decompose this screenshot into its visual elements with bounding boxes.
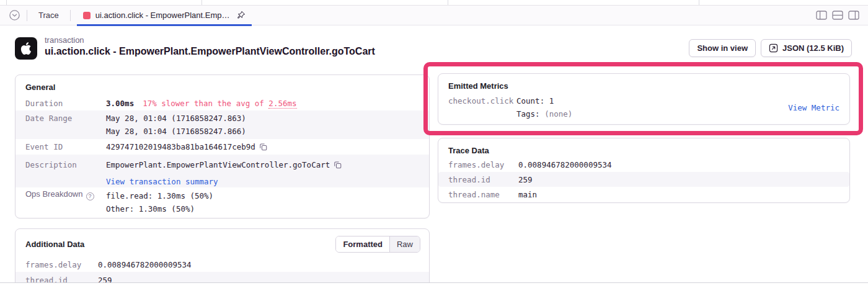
frames-delay-key: frames.delay <box>448 160 518 169</box>
detail-tabbar: Trace ui.action.click - EmpowerPlant.Emp… <box>0 6 868 25</box>
row-date-range: Date Range May 28, 01:04 (1716858247.863… <box>16 110 429 139</box>
row-thread-id: thread.id 259 <box>438 172 849 187</box>
event-id-key: Event ID <box>25 142 106 151</box>
help-icon[interactable]: ? <box>86 192 94 200</box>
thread-id-value: 259 <box>518 175 839 184</box>
metric-count: Count: 1 <box>516 96 554 106</box>
emitted-metrics-section: Emitted Metrics checkout.click Count: 1 … <box>438 73 850 125</box>
layout-bottom-panel-button[interactable] <box>832 11 843 20</box>
general-heading: General <box>16 75 429 96</box>
row-description: Description EmpowerPlant.EmpowerPlantVie… <box>16 155 429 187</box>
event-id-value: 429747102019483ba81ba164617ceb9d <box>106 142 255 151</box>
additional-data-heading: Additional Data <box>25 240 84 249</box>
view-metric-link[interactable]: View Metric <box>788 101 839 114</box>
avg-duration-tooltip[interactable]: 2.56ms <box>268 99 296 109</box>
page-title: ui.action.click - EmpowerPlant.EmpowerPl… <box>45 46 375 57</box>
copy-icon[interactable] <box>259 143 267 151</box>
trace-detail-panel: Trace ui.action.click - EmpowerPlant.Emp… <box>0 0 868 288</box>
frames-delay-value: 0.008946782000009534 <box>518 160 839 169</box>
trace-data-heading: Trace Data <box>438 138 849 157</box>
active-tab-underline <box>77 24 252 26</box>
format-toggle: Formatted Raw <box>335 236 420 253</box>
description-key: Description <box>25 158 106 171</box>
frames-delay-key: frames.delay <box>25 260 98 269</box>
emitted-metric-row: checkout.click Count: 1 Tags: (none) Vie… <box>438 93 849 120</box>
thread-name-key: thread.name <box>448 190 518 199</box>
duration-value: 3.00ms <box>106 99 134 108</box>
tab-transaction-label: ui.action.click - EmpowerPlant.Emp… <box>95 11 230 20</box>
formatted-toggle-button[interactable]: Formatted <box>336 236 389 252</box>
show-in-view-button[interactable]: Show in view <box>689 39 756 57</box>
tab-trace-label: Trace <box>38 11 59 20</box>
duration-comparison: 17% slower than the avg of 2.56ms <box>143 99 296 108</box>
emitted-metrics-heading: Emitted Metrics <box>438 74 849 93</box>
row-event-id: Event ID 429747102019483ba81ba164617ceb9… <box>16 139 429 155</box>
description-value: EmpowerPlant.EmpowerPlantViewController.… <box>106 160 330 169</box>
row-duration: Duration 3.00ms17% slower than the avg o… <box>16 96 429 110</box>
trace-data-section: Trace Data frames.delay 0.00894678200000… <box>438 138 850 203</box>
layout-left-panel-button[interactable] <box>816 11 827 20</box>
tab-trace[interactable]: Trace <box>33 6 64 25</box>
duration-key: Duration <box>25 99 106 108</box>
row-frames-delay: frames.delay 0.008946782000009534 <box>438 157 849 172</box>
raw-toggle-button[interactable]: Raw <box>389 236 420 252</box>
collapse-panel-button[interactable] <box>9 9 20 21</box>
layout-right-panel-button[interactable] <box>848 11 859 20</box>
viewport-bottom-edge <box>0 282 868 288</box>
additional-data-section: Additional Data Formatted Raw frames.del… <box>15 228 430 288</box>
tab-divider <box>27 10 27 21</box>
chevron-down-circle-icon <box>9 9 20 21</box>
row-frames-delay: frames.delay 0.008946782000009534 <box>16 258 429 272</box>
general-section: General Duration 3.00ms17% slower than t… <box>15 74 430 218</box>
thread-id-key: thread.id <box>448 175 518 184</box>
thread-name-value: main <box>518 190 839 199</box>
metric-name: checkout.click <box>448 94 516 107</box>
pin-icon[interactable] <box>236 11 246 20</box>
date-range-end: May 28, 01:04 (1716858247.866) <box>106 127 246 136</box>
event-type-label: transaction <box>45 35 84 45</box>
transaction-marker-icon <box>83 12 91 19</box>
row-ops-breakdown: Ops Breakdown? file.read: 1.30ms (50%)Ot… <box>16 187 429 217</box>
date-range-key: Date Range <box>25 112 106 125</box>
frames-delay-value: 0.008946782000009534 <box>98 260 419 269</box>
tab-transaction-active[interactable]: ui.action.click - EmpowerPlant.Emp… <box>77 6 252 25</box>
metric-tags: Tags: (none) <box>516 109 572 119</box>
row-thread-name: thread.name main <box>438 187 849 202</box>
copy-icon[interactable] <box>334 161 342 169</box>
date-range-start: May 28, 01:04 (1716858247.863) <box>106 114 246 123</box>
tab-divider <box>70 10 71 21</box>
view-transaction-summary-link[interactable]: View transaction summary <box>106 177 218 186</box>
json-download-button[interactable]: JSON (12.5 KiB) <box>761 39 852 57</box>
ops-breakdown-file-read: file.read: 1.30ms (50%) <box>106 191 213 200</box>
apple-platform-icon <box>15 37 37 60</box>
ops-breakdown-key: Ops Breakdown? <box>25 189 106 200</box>
external-link-icon <box>769 43 778 53</box>
ops-breakdown-other: Other: 1.30ms (50%) <box>106 204 195 214</box>
